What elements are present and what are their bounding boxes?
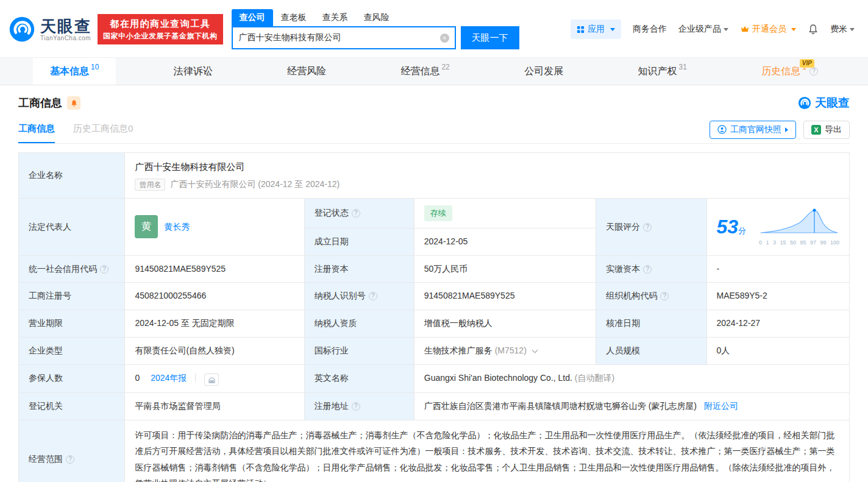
subscribe-bell-icon[interactable] (67, 96, 80, 110)
field-label: 组织机构代码 (606, 291, 657, 300)
help-icon[interactable]: ? (100, 265, 108, 274)
tab-label: 经营信息 (400, 65, 439, 78)
search-button[interactable]: 天眼一下 (461, 26, 519, 49)
status-badge: 存续 (424, 205, 452, 221)
apps-menu-label: 应用 (588, 24, 605, 35)
help-icon[interactable]: ? (643, 265, 652, 274)
tab-basic-info[interactable]: 基本信息 10 (33, 58, 116, 85)
field-value: 91450821MAE589Y525 (424, 291, 515, 300)
tab-operating-risk[interactable]: 经营风险 (270, 58, 343, 85)
legal-rep-link[interactable]: 黄长秀 (164, 221, 190, 234)
company-search-input[interactable] (233, 33, 440, 43)
tab-intellectual-property[interactable]: 知识产权 31 (621, 58, 704, 85)
tax-id-value: 91450821MAE589Y525 (414, 283, 596, 310)
apps-grid-icon (577, 26, 585, 34)
staff-size-value: 0人 (706, 337, 849, 364)
score-unit: 分 (738, 226, 746, 235)
tax-quality-value: 增值税一般纳税人 (414, 310, 596, 338)
approve-date-label: 核准日期 (596, 310, 706, 338)
paid-capital-value: - (706, 255, 849, 283)
score-axis-ticks: 0131550859799100 (759, 239, 839, 247)
field-label: 核准日期 (606, 318, 640, 328)
avatar: 黄 (135, 215, 158, 238)
approve-date-value: 2024-12-27 (706, 310, 849, 338)
search-tabs: 查公司 查老板 查关系 查风险 (232, 9, 519, 26)
company-name-value: 广西十安生物科技有限公司 曾用名 广西十安药业有限公司 (2024-12 至 2… (125, 153, 850, 199)
tianyancha-logo[interactable]: 天眼查 TianYanCha.com (9, 16, 91, 43)
field-label: 营业期限 (29, 318, 63, 328)
reg-authority-label: 登记机关 (19, 393, 125, 420)
logo-subtext: TianYanCha.com (40, 35, 91, 41)
staff-size-label: 人员规模 (596, 337, 706, 364)
field-label: 成立日期 (315, 236, 349, 246)
tianyancha-brand: 天眼查 (798, 95, 850, 111)
business-cooperation-link[interactable]: 商务合作 (633, 24, 667, 35)
apps-menu-button[interactable]: 应用 (571, 19, 621, 39)
search-tab-company[interactable]: 查公司 (232, 9, 273, 26)
subtab-business-info[interactable]: 工商信息 (18, 116, 55, 143)
official-snapshot-button[interactable]: 工商官网快照 (710, 121, 796, 139)
org-code-label: 组织机构代码? (596, 283, 706, 310)
tab-operating-info[interactable]: 经营信息 22 (383, 58, 466, 85)
tab-history-info[interactable]: VIP 历史信息 1 ? (744, 58, 835, 85)
enterprise-products-link[interactable]: 企业级产品 (678, 24, 728, 35)
expand-industry-icon[interactable] (532, 347, 538, 353)
field-value: 有限责任公司(自然人独资) (135, 346, 234, 355)
credit-code-label: 统一社会信用代码? (19, 255, 125, 283)
annual-report-icon-button[interactable] (204, 374, 219, 386)
clear-search-icon[interactable]: × (440, 34, 449, 43)
field-label: 国标行业 (315, 346, 349, 355)
reg-no-value: 450821000255466 (125, 283, 304, 310)
slogan-banner: 都在用的商业查询工具 国家中小企业发展子基金旗下机构 (98, 14, 223, 44)
slogan-line1: 都在用的商业查询工具 (103, 17, 218, 30)
help-icon[interactable]: ? (660, 292, 669, 300)
building-icon (208, 376, 216, 384)
help-icon[interactable]: ? (352, 209, 360, 218)
user-name: 费米 (830, 24, 847, 35)
annual-report-link[interactable]: 2024年报 (151, 373, 187, 383)
table-row: 企业名称 广西十安生物科技有限公司 曾用名 广西十安药业有限公司 (2024-1… (19, 153, 850, 199)
help-icon[interactable]: ? (809, 67, 818, 76)
brand-text: 天眼查 (815, 95, 850, 111)
help-icon[interactable]: ? (66, 455, 74, 464)
search-tab-boss[interactable]: 查老板 (273, 9, 315, 26)
search-tab-relation[interactable]: 查关系 (315, 9, 356, 26)
top-header: 天眼查 TianYanCha.com 都在用的商业查询工具 国家中小企业发展子基… (0, 0, 868, 57)
reg-address-label: 注册地址? (304, 393, 414, 420)
help-icon[interactable]: ? (643, 223, 652, 232)
reg-status-value: 存续 (414, 198, 596, 228)
tab-label: 基本信息 (50, 65, 89, 78)
english-name-label: 英文名称 (304, 364, 414, 393)
tab-count: 31 (679, 63, 687, 71)
notification-bell-icon[interactable] (808, 24, 819, 35)
search-area: 查公司 查老板 查关系 查风险 × 天眼一下 (232, 9, 519, 49)
table-row: 登记机关 平南县市场监督管理局 注册地址? 广西壮族自治区贵港市平南县镇隆镇周塘… (19, 393, 850, 420)
table-row: 企业类型 有限责任公司(自然人独资) 国标行业 生物技术推广服务 (M7512)… (19, 337, 850, 364)
crown-icon (740, 24, 750, 34)
help-icon[interactable]: ? (352, 402, 360, 411)
field-label: 实缴资本 (606, 264, 640, 274)
field-label: 纳税人识别号 (315, 291, 366, 300)
subtab-history-business-info[interactable]: 历史工商信息0 (73, 116, 133, 143)
company-type-label: 企业类型 (19, 337, 125, 364)
table-row: 经营范围? 许可项目：用于传染病防治的消毒产品生产；消毒器械生产；消毒剂生产（不… (19, 420, 850, 482)
reg-capital-label: 注册资本 (304, 255, 414, 283)
tianyancha-brand-icon (798, 96, 811, 110)
vip-membership-link[interactable]: 开通会员 (740, 24, 796, 35)
enterprise-products-label: 企业级产品 (678, 24, 721, 35)
field-label: 天眼评分 (606, 222, 640, 232)
subtab-bar: 工商信息 历史工商信息0 工商官网快照 X 导出 (18, 116, 850, 144)
field-label: 登记机关 (29, 401, 63, 411)
score-val: 53 (717, 216, 739, 238)
field-value: 平南县市场监督管理局 (135, 401, 220, 411)
field-label: 经营范围 (29, 454, 63, 464)
export-button[interactable]: X 导出 (803, 121, 850, 139)
nearby-companies-link[interactable]: 附近公司 (704, 401, 738, 411)
tab-legal-proceedings[interactable]: 法律诉讼 (157, 58, 230, 85)
business-scope-text: 许可项目：用于传染病防治的消毒产品生产；消毒器械生产；消毒剂生产（不含危险化学品… (135, 427, 839, 482)
search-tab-risk[interactable]: 查风险 (356, 9, 397, 26)
tab-company-development[interactable]: 公司发展 (507, 58, 580, 85)
user-menu[interactable]: 费米 (830, 24, 855, 35)
help-icon[interactable]: ? (369, 292, 377, 300)
score-value: 53分 0131550859799100 (706, 198, 849, 255)
